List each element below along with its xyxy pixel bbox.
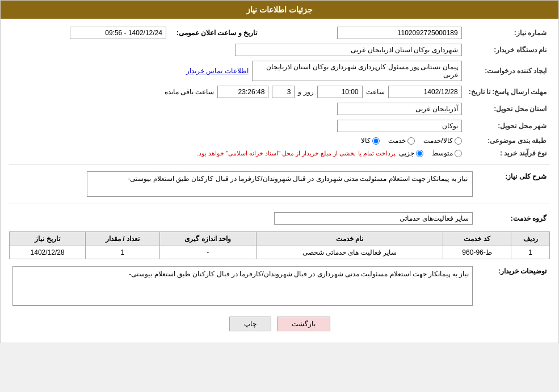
table-row: شماره نیاز: 1102092725000189 تاریخ و ساع… — [9, 24, 550, 41]
purchase-type-value: متوسط جزیی پرداخت تمام یا بخشی از مبلغ خ… — [9, 147, 465, 159]
delivery-province-label: استان محل تحویل: — [465, 100, 550, 117]
divider-1 — [9, 164, 550, 165]
purchase-type-medium-radio[interactable] — [455, 150, 462, 157]
page-title: جزئیات اطلاعات نیاز — [246, 5, 313, 14]
category-service-radio[interactable] — [407, 137, 415, 145]
table-row: مهلت ارسال پاسخ: تا تاریخ: 1402/12/28 سا… — [9, 83, 550, 100]
category-label: طبقه بندی موضوعی: — [465, 134, 550, 147]
services-table: ردیف کد خدمت نام خدمت واحد اندازه گیری ت… — [9, 231, 550, 259]
announce-datetime-label: تاریخ و ساعت اعلان عمومی: — [170, 24, 260, 41]
header-row: ردیف کد خدمت نام خدمت واحد اندازه گیری ت… — [10, 232, 550, 246]
table-row: گروه خدمت: سایر فعالیت‌های خدماتی — [9, 210, 550, 227]
col-service-code: کد خدمت — [443, 232, 511, 246]
category-service-option[interactable]: خدمت — [388, 137, 415, 145]
table-row: توضیحات خریدار: نیاز به پیمانکار جهت است… — [9, 264, 550, 308]
delivery-province-input: آذربایجان غربی — [337, 103, 462, 115]
deadline-value: 1402/12/28 ساعت 10:00 روز و 3 23:26:48 س… — [9, 83, 465, 100]
buyer-org-value: شهرداری بوکان استان اذربایجان غربی — [9, 41, 465, 58]
buyer-description-label: توضیحات خریدار: — [476, 264, 550, 308]
purchase-type-label: نوع فرآیند خرید : — [465, 147, 550, 159]
col-row-num: ردیف — [511, 232, 550, 246]
info-table: شماره نیاز: 1102092725000189 تاریخ و ساع… — [9, 24, 550, 159]
announce-datetime-input: 1402/12/24 - 09:56 — [70, 27, 166, 39]
buyer-description-value: نیاز به پیمانکار جهت استعلام مسئولیت مدن… — [9, 264, 476, 308]
buttons-row: بازگشت چاپ — [9, 317, 550, 331]
creator-label: ایجاد کننده درخواست: — [465, 58, 550, 83]
purchase-type-partial-option[interactable]: جزیی — [399, 149, 423, 157]
table-row: طبقه بندی موضوعی: کالا/خدمت خدمت — [9, 134, 550, 147]
table-row: استان محل تحویل: آذربایجان غربی — [9, 100, 550, 117]
cell-unit: - — [159, 246, 256, 259]
need-description-table: شرح کلی نیاز: نیاز به پیمانکار جهت استعل… — [9, 169, 550, 199]
remaining-hours-label: ساعت باقی مانده — [165, 88, 215, 96]
creator-value: پیمان نستانی پور مسئول کارپرداری شهرداری… — [9, 58, 465, 83]
table-row: نام دستگاه خریدار: شهرداری بوکان استان ا… — [9, 41, 550, 58]
category-goods-radio[interactable] — [372, 137, 380, 145]
purchase-type-note: پرداخت تمام یا بخشی از مبلغ خریدار از مح… — [197, 150, 396, 157]
cell-need_date: 1402/12/28 — [10, 246, 86, 259]
purchase-type-partial-radio[interactable] — [416, 150, 423, 157]
service-group-label: گروه خدمت: — [476, 210, 550, 227]
page-header: جزئیات اطلاعات نیاز — [1, 1, 558, 19]
buyer-description-input: نیاز به پیمانکار جهت استعلام مسئولیت مدن… — [12, 266, 473, 306]
announce-datetime-value: 1402/12/24 - 09:56 — [9, 24, 170, 41]
contact-info-link[interactable]: اطلاعات تماس خریدار — [186, 67, 249, 75]
buyer-description-table: توضیحات خریدار: نیاز به پیمانکار جهت است… — [9, 264, 550, 308]
creator-input: پیمان نستانی پور مسئول کارپرداری شهرداری… — [252, 61, 462, 81]
divider-2 — [9, 204, 550, 204]
table-row: ایجاد کننده درخواست: پیمان نستانی پور مس… — [9, 58, 550, 83]
print-button[interactable]: چاپ — [229, 317, 271, 331]
content-area: شماره نیاز: 1102092725000189 تاریخ و ساع… — [1, 19, 558, 343]
cell-quantity: 1 — [86, 246, 159, 259]
delivery-city-label: شهر محل تحویل: — [465, 117, 550, 134]
col-quantity: تعداد / مقدار — [86, 232, 159, 246]
cell-service_name: سایر فعالیت های خدماتی شخصی — [256, 246, 443, 259]
purchase-type-medium-option[interactable]: متوسط — [432, 149, 462, 157]
time-label: ساعت — [366, 88, 385, 96]
deadline-date-input: 1402/12/28 — [388, 86, 462, 98]
need-description-input: نیاز به پیمانکار جهت استعلام مسئولیت مدن… — [87, 171, 473, 197]
need-number-label: شماره نیاز: — [465, 24, 550, 41]
purchase-type-partial-label: جزیی — [399, 149, 414, 157]
category-goods-service-radio[interactable] — [455, 137, 462, 145]
category-goods-service-option[interactable]: کالا/خدمت — [423, 137, 461, 145]
deadline-time-input: 10:00 — [317, 86, 363, 98]
delivery-province-value: آذربایجان غربی — [9, 100, 465, 117]
purchase-type-medium-label: متوسط — [432, 149, 453, 157]
buyer-org-input: شهرداری بوکان استان اذربایجان غربی — [235, 44, 462, 56]
category-goods-service-label: کالا/خدمت — [423, 137, 452, 145]
category-value: کالا/خدمت خدمت کالا — [9, 134, 465, 147]
deadline-remaining-input: 23:26:48 — [217, 86, 268, 98]
table-row: نوع فرآیند خرید : متوسط جزیی — [9, 147, 550, 159]
delivery-city-input: بوکان — [337, 120, 462, 132]
deadline-label: مهلت ارسال پاسخ: تا تاریخ: — [465, 83, 550, 100]
delivery-city-value: بوکان — [9, 117, 465, 134]
col-need-date: تاریخ نیاز — [10, 232, 86, 246]
deadline-days-input: 3 — [272, 86, 295, 98]
buyer-org-label: نام دستگاه خریدار: — [465, 41, 550, 58]
need-number-value: 1102092725000189 — [260, 24, 465, 41]
cell-row_num: 1 — [511, 246, 550, 259]
need-description-label: شرح کلی نیاز: — [476, 169, 550, 199]
services-table-header: ردیف کد خدمت نام خدمت واحد اندازه گیری ت… — [10, 232, 550, 246]
category-goods-option[interactable]: کالا — [361, 137, 380, 145]
table-row: 1ط-96-960سایر فعالیت های خدماتی شخصی-114… — [10, 246, 550, 259]
service-group-input: سایر فعالیت‌های خدماتی — [274, 212, 473, 225]
col-service-name: نام خدمت — [256, 232, 443, 246]
need-number-input: 1102092725000189 — [337, 27, 462, 39]
category-goods-label: کالا — [361, 137, 371, 145]
service-group-table: گروه خدمت: سایر فعالیت‌های خدماتی — [9, 210, 550, 227]
page-container: جزئیات اطلاعات نیاز شماره نیاز: 11020927… — [0, 0, 559, 343]
back-button[interactable]: بازگشت — [277, 317, 330, 331]
table-row: شهر محل تحویل: بوکان — [9, 117, 550, 134]
cell-service_code: ط-96-960 — [443, 246, 511, 259]
table-row: شرح کلی نیاز: نیاز به پیمانکار جهت استعل… — [9, 169, 550, 199]
service-group-value: سایر فعالیت‌های خدماتی — [9, 210, 476, 227]
col-unit: واحد اندازه گیری — [159, 232, 256, 246]
days-label: روز و — [298, 88, 313, 96]
need-description-value: نیاز به پیمانکار جهت استعلام مسئولیت مدن… — [9, 169, 476, 199]
category-service-label: خدمت — [388, 137, 406, 145]
services-table-body: 1ط-96-960سایر فعالیت های خدماتی شخصی-114… — [10, 246, 550, 259]
